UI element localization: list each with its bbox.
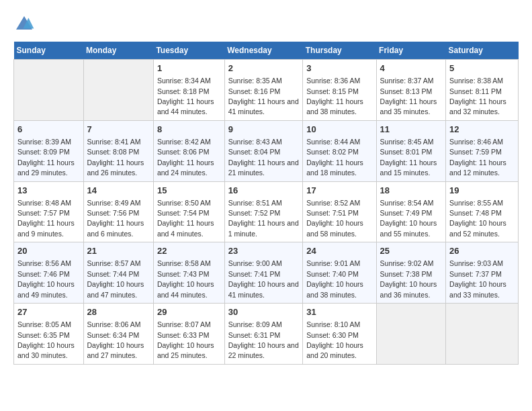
calendar-cell: 31Sunrise: 8:10 AMSunset: 6:30 PMDayligh… — [303, 304, 376, 365]
calendar-cell: 25Sunrise: 9:02 AMSunset: 7:38 PMDayligh… — [376, 242, 446, 304]
calendar-cell: 22Sunrise: 8:58 AMSunset: 7:43 PMDayligh… — [153, 242, 224, 304]
day-info: Sunrise: 8:42 AMSunset: 8:06 PMDaylight:… — [157, 138, 214, 177]
calendar-cell: 9Sunrise: 8:43 AMSunset: 8:04 PMDaylight… — [224, 120, 303, 181]
day-number: 24 — [306, 245, 372, 257]
day-info: Sunrise: 8:06 AMSunset: 6:34 PMDaylight:… — [87, 320, 144, 359]
day-info: Sunrise: 8:45 AMSunset: 8:01 PMDaylight:… — [380, 138, 437, 177]
day-info: Sunrise: 9:03 AMSunset: 7:37 PMDaylight:… — [449, 259, 506, 298]
calendar-cell: 10Sunrise: 8:44 AMSunset: 8:02 PMDayligh… — [303, 120, 376, 181]
day-number: 7 — [87, 124, 150, 136]
day-info: Sunrise: 8:09 AMSunset: 6:31 PMDaylight:… — [228, 320, 299, 359]
calendar-cell: 26Sunrise: 9:03 AMSunset: 7:37 PMDayligh… — [446, 242, 519, 304]
calendar-cell: 27Sunrise: 8:05 AMSunset: 6:35 PMDayligh… — [14, 304, 84, 365]
day-info: Sunrise: 8:07 AMSunset: 6:33 PMDaylight:… — [157, 320, 214, 359]
calendar-table: SundayMondayTuesdayWednesdayThursdayFrid… — [13, 42, 519, 365]
day-number: 11 — [380, 124, 443, 136]
calendar-cell: 21Sunrise: 8:57 AMSunset: 7:44 PMDayligh… — [83, 242, 153, 304]
calendar-cell: 6Sunrise: 8:39 AMSunset: 8:09 PMDaylight… — [14, 120, 84, 181]
day-number: 21 — [87, 245, 150, 257]
day-number: 8 — [157, 124, 221, 136]
calendar-day-header: Saturday — [446, 42, 519, 60]
day-info: Sunrise: 9:01 AMSunset: 7:40 PMDaylight:… — [306, 259, 363, 298]
day-number: 10 — [306, 124, 372, 136]
day-info: Sunrise: 8:43 AMSunset: 8:04 PMDaylight:… — [228, 138, 299, 177]
page-header — [13, 13, 519, 35]
day-info: Sunrise: 8:37 AMSunset: 8:13 PMDaylight:… — [380, 77, 437, 116]
calendar-cell — [376, 304, 446, 365]
day-number: 29 — [157, 306, 221, 318]
day-info: Sunrise: 8:50 AMSunset: 7:54 PMDaylight:… — [157, 199, 214, 238]
day-number: 6 — [17, 124, 80, 136]
day-number: 27 — [17, 306, 80, 318]
calendar-day-header: Thursday — [303, 42, 376, 60]
calendar-cell: 13Sunrise: 8:48 AMSunset: 7:57 PMDayligh… — [14, 181, 84, 242]
calendar-header-row: SundayMondayTuesdayWednesdayThursdayFrid… — [14, 42, 519, 60]
calendar-day-header: Sunday — [14, 42, 84, 60]
calendar-cell — [14, 60, 84, 121]
day-number: 26 — [449, 245, 515, 257]
day-info: Sunrise: 8:48 AMSunset: 7:57 PMDaylight:… — [17, 199, 75, 238]
day-info: Sunrise: 8:36 AMSunset: 8:15 PMDaylight:… — [306, 77, 363, 116]
day-number: 30 — [228, 306, 300, 318]
day-number: 12 — [449, 124, 515, 136]
day-info: Sunrise: 8:55 AMSunset: 7:48 PMDaylight:… — [449, 199, 506, 238]
calendar-week-row: 6Sunrise: 8:39 AMSunset: 8:09 PMDaylight… — [14, 120, 519, 181]
calendar-cell: 24Sunrise: 9:01 AMSunset: 7:40 PMDayligh… — [303, 242, 376, 304]
logo — [13, 13, 38, 35]
calendar-cell: 23Sunrise: 9:00 AMSunset: 7:41 PMDayligh… — [224, 242, 303, 304]
calendar-cell: 17Sunrise: 8:52 AMSunset: 7:51 PMDayligh… — [303, 181, 376, 242]
day-number: 25 — [380, 245, 443, 257]
day-number: 13 — [17, 185, 80, 197]
calendar-cell: 1Sunrise: 8:34 AMSunset: 8:18 PMDaylight… — [153, 60, 224, 121]
day-number: 5 — [449, 62, 515, 75]
day-info: Sunrise: 8:44 AMSunset: 8:02 PMDaylight:… — [306, 138, 363, 177]
day-info: Sunrise: 8:38 AMSunset: 8:11 PMDaylight:… — [449, 77, 506, 116]
calendar-cell — [446, 304, 519, 365]
calendar-cell: 4Sunrise: 8:37 AMSunset: 8:13 PMDaylight… — [376, 60, 446, 121]
day-number: 18 — [380, 185, 443, 197]
day-number: 23 — [228, 245, 300, 257]
day-info: Sunrise: 8:10 AMSunset: 6:30 PMDaylight:… — [306, 320, 363, 359]
calendar-cell: 28Sunrise: 8:06 AMSunset: 6:34 PMDayligh… — [83, 304, 153, 365]
day-number: 9 — [228, 124, 300, 136]
calendar-day-header: Wednesday — [224, 42, 303, 60]
calendar-cell: 14Sunrise: 8:49 AMSunset: 7:56 PMDayligh… — [83, 181, 153, 242]
day-info: Sunrise: 8:46 AMSunset: 7:59 PMDaylight:… — [449, 138, 506, 177]
day-number: 15 — [157, 185, 221, 197]
day-number: 1 — [157, 62, 221, 75]
day-info: Sunrise: 8:52 AMSunset: 7:51 PMDaylight:… — [306, 199, 363, 238]
calendar-cell: 7Sunrise: 8:41 AMSunset: 8:08 PMDaylight… — [83, 120, 153, 181]
calendar-cell: 11Sunrise: 8:45 AMSunset: 8:01 PMDayligh… — [376, 120, 446, 181]
calendar-body: 1Sunrise: 8:34 AMSunset: 8:18 PMDaylight… — [14, 60, 519, 365]
calendar-cell — [83, 60, 153, 121]
calendar-day-header: Monday — [83, 42, 153, 60]
calendar-cell: 5Sunrise: 8:38 AMSunset: 8:11 PMDaylight… — [446, 60, 519, 121]
day-number: 17 — [306, 185, 372, 197]
calendar-cell: 16Sunrise: 8:51 AMSunset: 7:52 PMDayligh… — [224, 181, 303, 242]
day-info: Sunrise: 8:58 AMSunset: 7:43 PMDaylight:… — [157, 259, 214, 298]
calendar-cell: 2Sunrise: 8:35 AMSunset: 8:16 PMDaylight… — [224, 60, 303, 121]
day-info: Sunrise: 8:05 AMSunset: 6:35 PMDaylight:… — [17, 320, 75, 359]
day-number: 16 — [228, 185, 300, 197]
calendar-day-header: Tuesday — [153, 42, 224, 60]
day-number: 3 — [306, 62, 372, 75]
calendar-cell: 12Sunrise: 8:46 AMSunset: 7:59 PMDayligh… — [446, 120, 519, 181]
day-info: Sunrise: 8:34 AMSunset: 8:18 PMDaylight:… — [157, 77, 214, 116]
calendar-cell: 8Sunrise: 8:42 AMSunset: 8:06 PMDaylight… — [153, 120, 224, 181]
day-number: 20 — [17, 245, 80, 257]
day-info: Sunrise: 9:02 AMSunset: 7:38 PMDaylight:… — [380, 259, 437, 298]
calendar-week-row: 1Sunrise: 8:34 AMSunset: 8:18 PMDaylight… — [14, 60, 519, 121]
calendar-day-header: Friday — [376, 42, 446, 60]
calendar-cell: 30Sunrise: 8:09 AMSunset: 6:31 PMDayligh… — [224, 304, 303, 365]
logo-icon — [13, 13, 35, 35]
day-info: Sunrise: 8:57 AMSunset: 7:44 PMDaylight:… — [87, 259, 144, 298]
calendar-cell: 29Sunrise: 8:07 AMSunset: 6:33 PMDayligh… — [153, 304, 224, 365]
day-number: 22 — [157, 245, 221, 257]
day-number: 31 — [306, 306, 372, 318]
day-number: 2 — [228, 62, 300, 75]
calendar-cell: 18Sunrise: 8:54 AMSunset: 7:49 PMDayligh… — [376, 181, 446, 242]
day-info: Sunrise: 8:39 AMSunset: 8:09 PMDaylight:… — [17, 138, 75, 177]
calendar-week-row: 27Sunrise: 8:05 AMSunset: 6:35 PMDayligh… — [14, 304, 519, 365]
day-info: Sunrise: 8:54 AMSunset: 7:49 PMDaylight:… — [380, 199, 437, 238]
day-number: 14 — [87, 185, 150, 197]
